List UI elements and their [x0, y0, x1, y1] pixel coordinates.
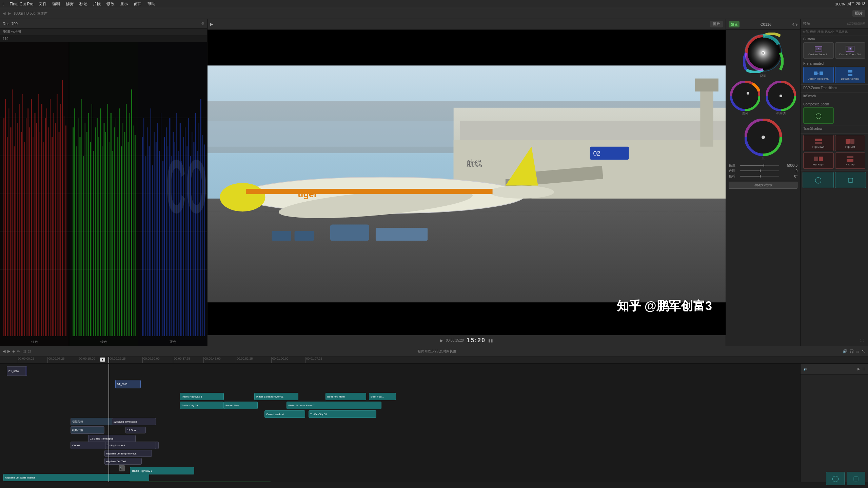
trans-cat-zoom[interactable]: 已风格化	[835, 30, 848, 34]
headphone-icon[interactable]: 🎧	[849, 349, 854, 353]
clip-traffic-city-08[interactable]: Traffic City 08	[180, 402, 224, 409]
scope-settings-icon[interactable]: ⚙	[201, 21, 204, 26]
menu-window[interactable]: 窗口	[134, 1, 142, 7]
clip-water-stream-1[interactable]: Water Stream River 01	[254, 393, 298, 400]
menu-help[interactable]: 帮助	[147, 1, 155, 7]
menu-modify[interactable]: 修改	[106, 1, 115, 7]
clip-dji-sub-2[interactable]: DJI_0065	[115, 380, 141, 388]
timeline-r-icon-1[interactable]: ▶	[857, 367, 860, 371]
svg-rect-78	[122, 123, 123, 336]
menu-file[interactable]: 文件	[39, 1, 47, 7]
clip-dji-0226[interactable]: DJI_0226	[7, 366, 25, 376]
zoom-level[interactable]: 100%	[835, 2, 845, 6]
svg-rect-95	[145, 156, 146, 336]
color-tint-slider[interactable]	[740, 170, 779, 171]
color-hue-slider[interactable]	[740, 176, 779, 177]
bottom-trans-1[interactable]: ◯	[826, 472, 845, 485]
flip-up-item[interactable]: Flip Up	[835, 152, 866, 169]
timeline-view-icon[interactable]: ☷	[856, 349, 860, 353]
clip-boat-fog-horn[interactable]: Boat Fog Horn	[326, 393, 366, 400]
timeline-zoom-icon[interactable]: ⛏	[862, 349, 865, 353]
clip-airport-broadcast[interactable]: 机场广播	[71, 426, 104, 434]
custom-section-title: Custom	[803, 37, 865, 41]
timeline-tool-4[interactable]: ◌	[28, 349, 31, 353]
midtones-color-wheel[interactable]	[766, 81, 796, 111]
clip-22-basic-tl-2[interactable]: 22 Basic Timelapse	[88, 435, 136, 442]
trans-cat-motion[interactable]: 移动	[817, 30, 824, 34]
flip-right-label: Flip Right	[813, 163, 824, 166]
clip-water-stream-2[interactable]: Water Stream River 01	[287, 402, 381, 409]
scopes-panel: Rec. 709 ⚙ RGB 分析图 119 119 100 75 50 25 …	[0, 19, 208, 346]
clip-forest-day[interactable]: Forest Day	[224, 402, 258, 409]
clip-traffic-hwy-1[interactable]: Traffic Highway 1	[180, 393, 224, 400]
clip-airplane-engine[interactable]: Airplane Jet Engine Revs	[104, 450, 152, 457]
color-tab[interactable]: 颜色	[729, 21, 739, 27]
menu-view[interactable]: 显示	[120, 1, 128, 7]
menu-mark[interactable]: 标记	[79, 1, 87, 7]
audio-icon[interactable]: 🔊	[843, 349, 847, 353]
save-preset-button[interactable]: 存储效果预设	[729, 182, 797, 189]
teal-trans-2[interactable]: ▢	[835, 172, 866, 188]
svg-point-170	[780, 95, 782, 97]
svg-rect-151	[272, 231, 291, 241]
trans-cat-all[interactable]: 全部	[803, 30, 809, 34]
svg-rect-61	[93, 151, 94, 336]
color-temp-slider[interactable]	[740, 165, 779, 166]
timeline-audio-icon[interactable]: 🔉	[803, 367, 807, 371]
timeline-tool-3[interactable]: ◫	[22, 349, 26, 353]
preview-panel: ▶ 照片	[208, 19, 726, 346]
flip-left-item[interactable]: Flip Left	[835, 135, 866, 151]
apple-icon[interactable]: 	[3, 2, 4, 6]
teal-trans-1[interactable]: ◯	[803, 172, 834, 188]
timeline-tool-2[interactable]: ✏	[17, 349, 20, 354]
add-clip-icon[interactable]: +	[12, 349, 15, 354]
trans-cat-blur[interactable]: 模糊	[810, 30, 816, 34]
clip-airplane-taxi[interactable]: Airplane Jet Taxi	[104, 458, 142, 465]
detach-vertical-item[interactable]: Detach Vertical	[835, 67, 866, 83]
timeline-fwd-icon[interactable]: ▶	[7, 349, 10, 353]
playback-icon[interactable]: ▶	[440, 338, 443, 343]
scope-number: 119	[3, 37, 8, 41]
custom-zoom-in-item[interactable]: Custom Zoom In	[803, 42, 834, 59]
view-toggle[interactable]: 照片	[852, 10, 865, 17]
timecode-controls[interactable]: ▮▮	[488, 338, 493, 343]
detach-horizontal-item[interactable]: Detach Horizontal	[803, 67, 834, 83]
zoom-comp-item[interactable]: ◯	[803, 107, 834, 124]
preview-view-label[interactable]: 照片	[710, 21, 723, 27]
timeline-back-icon[interactable]: ◀	[3, 349, 5, 353]
forward-button[interactable]: ▶	[8, 11, 11, 16]
custom-zoom-out-item[interactable]: Custom Zoom Out	[835, 42, 866, 59]
clip-crowd-walla-4[interactable]: Crowd Walla 4	[264, 410, 305, 418]
menu-clip[interactable]: 片段	[93, 1, 101, 7]
rec-label: Rec. 709	[3, 22, 18, 26]
transitions-panel: 转场 已安装的效果 全部 模糊 移动 风格化 已风格化 Custom	[800, 19, 868, 346]
clip-boat-fog[interactable]: Boat Fog...	[369, 393, 396, 400]
bottom-right-section: Logo1... 5:50 P.M. C0116 C0073 012 DJI_0…	[0, 364, 868, 482]
clip-22-basic-tl-1[interactable]: 22 Basic Timelapse	[112, 418, 156, 425]
top-color-wheel[interactable]	[743, 33, 784, 73]
svg-rect-126	[199, 123, 199, 336]
flip-down-item[interactable]: Flip Down	[803, 135, 834, 151]
clip-traffic-city-08-2[interactable]: Traffic City 08	[309, 410, 376, 418]
master-color-wheel[interactable]	[745, 119, 782, 156]
highlights-color-wheel[interactable]	[730, 81, 760, 111]
svg-rect-106	[164, 137, 165, 336]
back-button[interactable]: ◀	[3, 11, 5, 16]
clip-slow-motion[interactable]: Realy Slow Motion - Suns And Stars	[129, 482, 271, 482]
trans-cat-distort[interactable]: 风格化	[825, 30, 834, 34]
flip-right-item[interactable]: Flip Right	[803, 152, 834, 169]
svg-rect-114	[178, 151, 179, 336]
clip-traffic-hwy-2[interactable]: Traffic Highway 1	[130, 467, 194, 474]
svg-rect-116	[181, 161, 182, 336]
clip-airplane-start[interactable]: Airplane Jet Start Interior	[3, 474, 149, 481]
bottom-trans-2[interactable]: ▢	[847, 472, 865, 485]
clip-11-short[interactable]: 11 Short...	[125, 427, 146, 433]
app-name[interactable]: Final Cut Pro	[9, 2, 33, 6]
svg-rect-109	[169, 118, 170, 336]
svg-rect-11	[12, 89, 13, 336]
timeline-r-icon-2[interactable]: ☷	[862, 367, 865, 371]
menu-edit[interactable]: 编辑	[52, 1, 60, 7]
menu-trim[interactable]: 修剪	[66, 1, 74, 7]
clip-01-big-moment[interactable]: 01 Big Moment	[105, 442, 156, 449]
svg-rect-72	[112, 151, 113, 336]
